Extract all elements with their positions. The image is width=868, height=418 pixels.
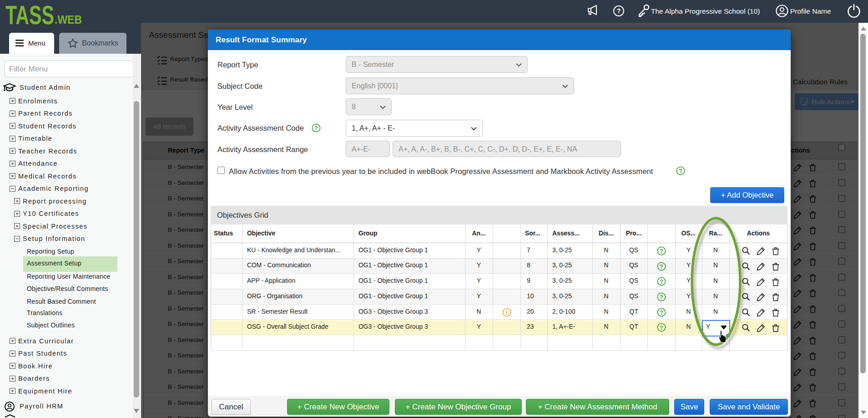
svg-text:TASS: TASS [5,1,54,30]
svg-text:?: ? [314,125,318,132]
svg-text:?: ? [660,309,663,316]
svg-text:?: ? [679,168,682,174]
svg-text:?: ? [660,263,663,270]
svg-text:?: ? [660,247,663,254]
svg-text:.WEB: .WEB [55,13,82,26]
svg-text:?: ? [617,7,621,15]
svg-text:?: ? [660,324,663,331]
svg-text:!: ! [505,309,507,316]
svg-text:?: ? [660,278,663,285]
svg-text:?: ? [660,293,663,300]
